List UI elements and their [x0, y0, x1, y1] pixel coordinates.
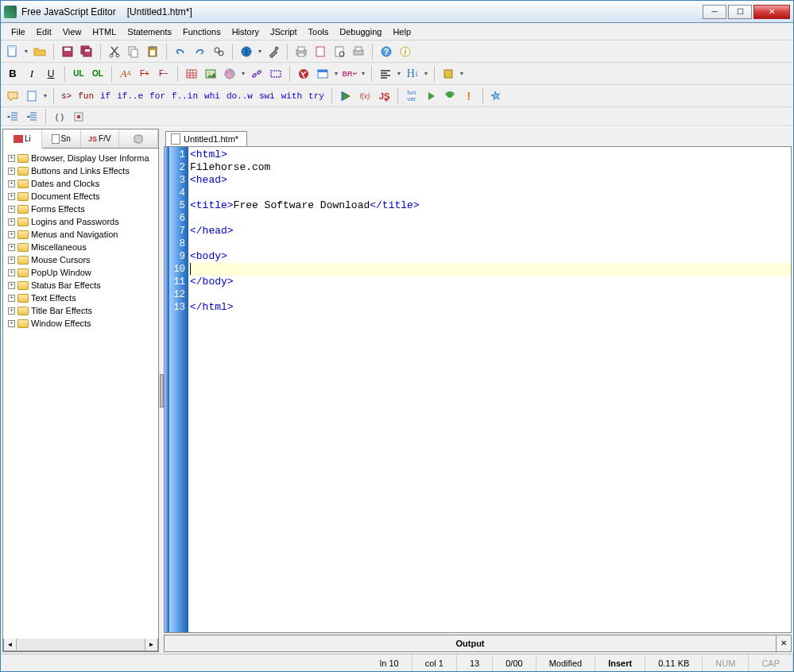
br-button[interactable]: BR↵	[341, 65, 358, 83]
keyword-s[interactable]: s>	[59, 91, 74, 101]
menu-history[interactable]: History	[227, 25, 265, 39]
keyword-swi[interactable]: swi	[257, 91, 277, 101]
save-button[interactable]	[59, 43, 76, 60]
js-check-button[interactable]: JS	[375, 87, 393, 105]
expand-icon[interactable]: +	[8, 193, 15, 200]
menu-edit[interactable]: Edit	[31, 25, 57, 39]
color-button[interactable]	[221, 65, 238, 83]
doc-button-1[interactable]	[312, 43, 329, 60]
expand-icon[interactable]: +	[8, 168, 15, 175]
paste-button[interactable]	[144, 43, 161, 60]
sidebar-tab-snippets[interactable]: Sn	[42, 129, 81, 148]
anchor-button[interactable]	[267, 65, 285, 83]
ul-button[interactable]: UL	[70, 65, 87, 83]
color-dropdown[interactable]: ▼	[240, 71, 246, 76]
help-button[interactable]: ?	[378, 43, 395, 60]
sidebar-tab-db[interactable]	[119, 129, 158, 148]
doc-button-2[interactable]	[331, 43, 348, 60]
menu-statements[interactable]: Statements	[122, 25, 177, 39]
tree-item[interactable]: +Forms Effects	[5, 203, 157, 215]
menu-debugging[interactable]: Debugging	[334, 25, 387, 39]
align-dropdown[interactable]: ▼	[396, 71, 402, 76]
new-dropdown[interactable]: ▼	[23, 48, 29, 54]
tree-item[interactable]: +Status Bar Effects	[5, 279, 157, 292]
script-button[interactable]	[295, 65, 312, 83]
effects-button[interactable]	[488, 87, 505, 105]
print-preview-button[interactable]	[350, 43, 367, 60]
menu-jscript[interactable]: JScript	[265, 25, 303, 39]
menu-tools[interactable]: Tools	[303, 25, 335, 39]
undo-button[interactable]	[172, 43, 189, 60]
tree-item[interactable]: +Title Bar Effects	[5, 304, 157, 317]
tree-item[interactable]: +Menus and Navigation	[5, 228, 157, 241]
validate-button[interactable]: f(x)	[356, 87, 374, 105]
tree-item[interactable]: +Text Effects	[5, 292, 157, 304]
outdent-button[interactable]	[23, 108, 41, 126]
expand-icon[interactable]: +	[8, 244, 15, 251]
run-button[interactable]	[422, 87, 440, 105]
browser-button[interactable]	[238, 43, 255, 60]
minimize-button[interactable]: ─	[703, 5, 726, 19]
editor-body[interactable]: 12345678910111213 <html>Filehorse.com<he…	[164, 146, 792, 633]
keyword-fin[interactable]: f..in	[169, 91, 200, 101]
expand-icon[interactable]: +	[8, 231, 15, 238]
snippet-button[interactable]	[23, 87, 41, 105]
browser-dropdown[interactable]: ▼	[257, 48, 263, 54]
expand-icon[interactable]: +	[8, 295, 15, 302]
open-file-button[interactable]	[31, 43, 48, 60]
save-all-button[interactable]	[78, 43, 95, 60]
find-button[interactable]	[210, 43, 227, 60]
sidebar-tab-library[interactable]: Li	[3, 129, 42, 149]
menu-file[interactable]: File	[6, 25, 31, 39]
print-button[interactable]	[292, 43, 310, 60]
brace-match-button[interactable]	[70, 108, 87, 126]
expand-icon[interactable]: +	[8, 155, 15, 162]
menu-view[interactable]: View	[57, 25, 87, 39]
tree-item[interactable]: +Browser, Display User Informa	[5, 152, 157, 164]
br-dropdown[interactable]: ▼	[360, 71, 366, 76]
maximize-button[interactable]: ☐	[728, 5, 752, 19]
snippet-dropdown[interactable]: ▼	[42, 93, 48, 98]
css-button[interactable]	[440, 65, 457, 83]
sidebar-tab-fv[interactable]: JSF/V	[81, 129, 120, 148]
image-button[interactable]	[202, 65, 219, 83]
copy-button[interactable]	[125, 43, 142, 60]
cut-button[interactable]	[106, 43, 123, 60]
expand-icon[interactable]: +	[8, 180, 15, 187]
ol-button[interactable]: OL	[89, 65, 107, 83]
close-button[interactable]: ✕	[753, 5, 790, 19]
keyword-whi[interactable]: whi	[202, 91, 223, 101]
var-button[interactable]: funvar	[403, 87, 420, 105]
keyword-ife[interactable]: if..e	[114, 91, 145, 101]
keyword-for[interactable]: for	[147, 91, 168, 101]
output-close-button[interactable]: ✕	[777, 635, 791, 651]
link-button[interactable]	[248, 65, 265, 83]
css-dropdown[interactable]: ▼	[459, 71, 465, 76]
keyword-fun[interactable]: fun	[76, 91, 96, 101]
indent-button[interactable]	[4, 108, 21, 126]
expand-icon[interactable]: +	[8, 257, 15, 264]
underline-button[interactable]: U	[42, 65, 60, 83]
menu-html[interactable]: HTML	[87, 25, 122, 39]
tree-item[interactable]: +Document Effects	[5, 190, 157, 203]
expand-icon[interactable]: +	[8, 307, 15, 315]
keyword-with[interactable]: with	[279, 91, 304, 101]
keyword-try[interactable]: try	[306, 91, 327, 101]
heading-dropdown[interactable]: ▼	[423, 71, 429, 76]
debug-launch-button[interactable]	[337, 87, 354, 105]
menu-help[interactable]: Help	[387, 25, 416, 39]
bold-button[interactable]: B	[4, 65, 21, 83]
expand-icon[interactable]: +	[8, 320, 15, 327]
font-increase-button[interactable]: F+	[136, 65, 153, 83]
break-button[interactable]: !	[460, 87, 478, 105]
italic-button[interactable]: I	[23, 65, 41, 83]
keyword-dow[interactable]: do..w	[224, 91, 255, 101]
code-view[interactable]: <html>Filehorse.com<head><title>Free Sof…	[188, 147, 791, 632]
keyword-if[interactable]: if	[98, 91, 113, 101]
expand-icon[interactable]: +	[8, 269, 15, 276]
expand-icon[interactable]: +	[8, 218, 15, 226]
font-decrease-button[interactable]: F−	[155, 65, 172, 83]
expand-icon[interactable]: +	[8, 282, 15, 289]
info-button[interactable]: i	[397, 43, 414, 60]
table-button[interactable]	[183, 65, 200, 83]
